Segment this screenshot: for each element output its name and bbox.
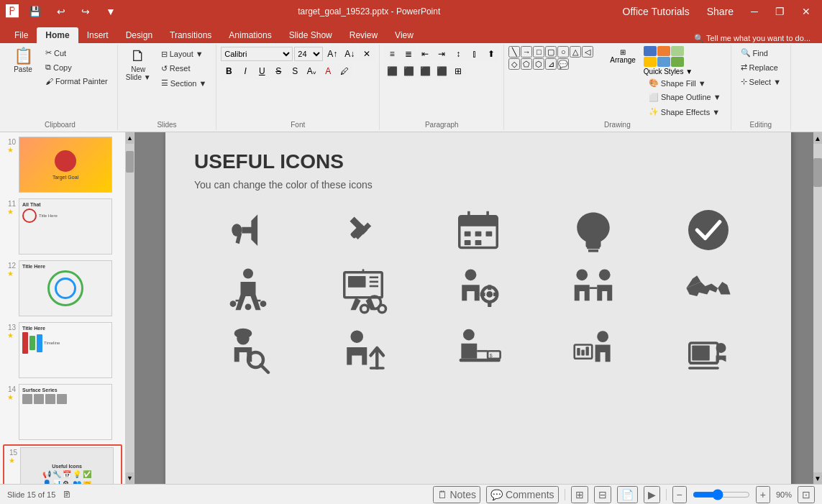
copy-button[interactable]: ⧉ Copy [40,60,113,74]
qs-darkgreen[interactable] [671,57,684,67]
replace-button[interactable]: ⇄ Replace [736,60,786,74]
comments-button[interactable]: 💬 Comments [486,486,559,503]
font-color-button[interactable]: A [320,63,336,79]
find-button[interactable]: 🔍 Find [736,46,786,60]
zoom-in-button[interactable]: + [756,486,770,503]
minimize-button[interactable]: ─ [745,4,764,19]
decrease-indent-button[interactable]: ⇤ [417,46,433,62]
rect-shape-button[interactable]: □ [533,46,544,58]
fit-window-button[interactable]: ⊡ [798,486,815,503]
slide-item-15[interactable]: 15 ★ Useful Icons 📢 🔧 📅 💡 ✅ 👤 📊 ⚙ 👥 🤝 [3,444,122,484]
qs-yellow[interactable] [644,57,657,67]
arrow-shape-button[interactable]: → [521,46,532,58]
hexagon-button[interactable]: ⬡ [533,58,544,70]
reading-view-button[interactable]: 📄 [617,486,638,503]
quick-styles-button[interactable]: Quick Styles ▼ [644,68,726,75]
line-spacing-button[interactable]: ↕ [450,46,466,62]
undo-button[interactable]: ↩ [51,4,71,19]
canvas-scrollbar-v[interactable]: ▲ ▼ [813,132,822,484]
line-shape-button[interactable]: ╲ [508,46,520,58]
align-right-button[interactable]: ⬛ [417,63,433,79]
tab-transitions[interactable]: Transitions [161,27,220,43]
bullets-button[interactable]: ≡ [384,46,400,62]
roundrect-button[interactable]: ▢ [545,46,557,58]
select-button[interactable]: ⊹ Select ▼ [736,75,786,88]
customize-qat-button[interactable]: ▼ [100,4,122,19]
qs-green[interactable] [671,46,684,56]
shadow-button[interactable]: S [287,63,303,79]
slideshow-button[interactable]: ▶ [644,486,660,503]
tab-home[interactable]: Home [37,27,78,43]
scroll-up-button[interactable]: ▲ [126,132,134,144]
underline-button[interactable]: U [254,63,270,79]
redo-button[interactable]: ↪ [76,4,96,19]
tab-insert[interactable]: Insert [78,27,117,43]
align-center-button[interactable]: ⬛ [401,63,416,79]
strikethrough-button[interactable]: S [270,63,286,79]
slide-item-11[interactable]: 11 ★ All That Title Here [3,197,122,256]
callout-button[interactable]: 💬 [557,58,569,70]
columns-button[interactable]: ⫿ [467,46,483,62]
more-shapes-button[interactable]: ⊿ [545,58,557,70]
scroll-thumb[interactable] [126,151,134,173]
notes-button[interactable]: 🗒 Notes [433,486,480,503]
scroll-down-button[interactable]: ▼ [126,472,134,484]
slide-item-12[interactable]: 12 ★ Title Here [3,259,122,318]
share-button[interactable]: Share [701,4,739,19]
save-button[interactable]: 💾 [23,4,47,19]
slides-scrollbar[interactable]: ▲ ▼ [126,132,134,484]
office-tutorials-button[interactable]: Office Tutorials [617,4,695,19]
text-highlight-button[interactable]: 🖊 [337,63,352,79]
canvas-scroll-up[interactable]: ▲ [813,132,822,144]
slide-item-14[interactable]: 14 ★ Surface Series [3,382,122,441]
slide-item-13[interactable]: 13 ★ Title Here Timeline [3,321,122,380]
cut-button[interactable]: ✂ Cut [40,46,113,60]
font-size-select[interactable]: 24 [294,47,323,61]
slide-item-10[interactable]: 10 ★ Target Goal [3,135,122,194]
font-size-increase-button[interactable]: A↑ [324,46,340,62]
zoom-out-button[interactable]: − [672,486,687,503]
slide-sorter-button[interactable]: ⊟ [594,486,611,503]
text-direction-button[interactable]: ⬆ [483,46,499,62]
bold-button[interactable]: B [221,63,237,79]
qs-orange[interactable] [657,46,670,56]
section-button[interactable]: ☰ Section ▼ [156,76,212,90]
triangle-button[interactable]: △ [570,46,581,58]
canvas-scroll-down[interactable]: ▼ [813,472,822,484]
reset-button[interactable]: ↺ Reset [156,62,212,75]
italic-button[interactable]: I [237,63,253,79]
tab-view[interactable]: View [386,27,422,43]
qs-lightblue[interactable] [657,57,670,67]
align-left-button[interactable]: ⬛ [384,63,400,79]
layout-button[interactable]: ⊟ Layout ▼ [156,47,212,61]
shape-effects-button[interactable]: ✨ Shape Effects ▼ [644,105,726,119]
oval-button[interactable]: ○ [557,46,569,58]
tab-slideshow[interactable]: Slide Show [280,27,341,43]
diamond-button[interactable]: ◇ [508,58,520,70]
smart-art-button[interactable]: ⊞ [450,63,466,79]
font-name-select[interactable]: Calibri [221,47,293,61]
format-painter-button[interactable]: 🖌 Format Painter [40,75,113,88]
canvas-scroll-thumb[interactable] [813,158,822,187]
numbering-button[interactable]: ≣ [401,46,416,62]
char-spacing-button[interactable]: Aᵥ [303,63,319,79]
close-button[interactable]: ✕ [796,4,816,19]
pentagon-button[interactable]: ⬠ [521,58,532,70]
tab-file[interactable]: File [6,27,37,43]
arrange-button[interactable]: ⊞ Arrange [605,46,641,66]
shape-fill-button[interactable]: 🎨 Shape Fill ▼ [644,76,726,90]
restore-button[interactable]: ❐ [770,4,790,19]
qs-blue[interactable] [644,46,657,56]
tab-review[interactable]: Review [341,27,386,43]
increase-indent-button[interactable]: ⇥ [434,46,449,62]
tell-me-box[interactable]: 🔍 Tell me what you want to do... [694,34,810,43]
new-slide-button[interactable]: 🗋 NewSlide ▼ [122,46,155,83]
shape-outline-button[interactable]: ⬜ Shape Outline ▼ [644,91,726,104]
tab-design[interactable]: Design [117,27,161,43]
font-size-decrease-button[interactable]: A↓ [342,46,357,62]
justify-button[interactable]: ⬛ [434,63,449,79]
rtriangle-button[interactable]: ◁ [582,46,593,58]
zoom-slider[interactable] [693,489,750,500]
clear-formatting-button[interactable]: ✕ [359,46,375,62]
paste-button[interactable]: 📋 Paste [7,46,39,75]
